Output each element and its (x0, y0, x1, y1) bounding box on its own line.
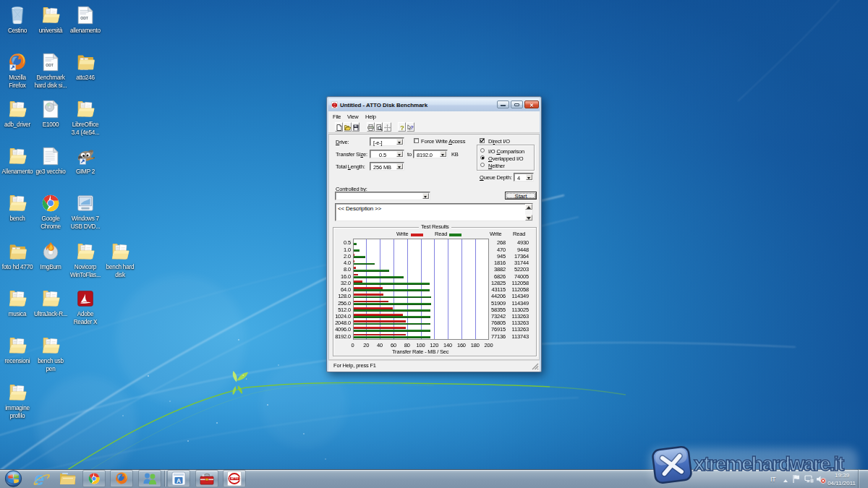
svg-text:ATTO: ATTO (231, 477, 239, 480)
svg-text:A: A (176, 477, 181, 484)
svg-text:ODT: ODT (80, 16, 89, 20)
svg-text:ODT: ODT (46, 63, 54, 67)
svg-text:?: ? (400, 124, 404, 131)
